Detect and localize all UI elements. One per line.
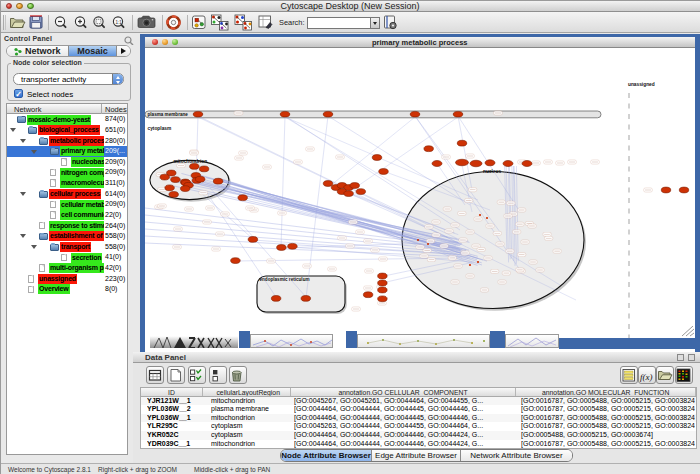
svg-text:plasma membrane: plasma membrane <box>148 112 189 117</box>
svg-text:nucleus: nucleus <box>483 169 501 174</box>
svg-text:f(x): f(x) <box>640 372 653 382</box>
svg-text:Search:: Search: <box>279 18 304 27</box>
svg-text:mitochondrion: mitochondrion <box>174 159 208 164</box>
svg-text:endoplasmic reticulum: endoplasmic reticulum <box>260 277 310 282</box>
svg-text:cytoplasm: cytoplasm <box>148 126 172 131</box>
svg-text:unassigned: unassigned <box>628 82 655 87</box>
